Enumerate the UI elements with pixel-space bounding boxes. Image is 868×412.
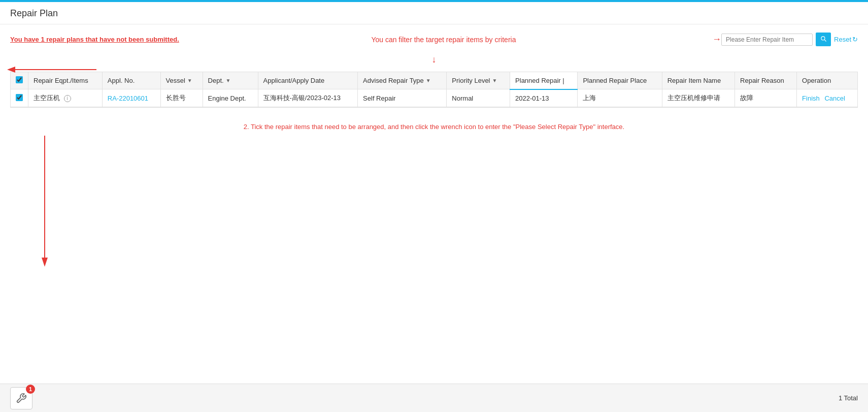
down-arrow-icon: ↓ [432, 54, 437, 65]
cell-advised-repair-type: Self Repair [358, 89, 447, 107]
col-planned-repair-place: Planned Repair Place [578, 72, 662, 89]
filter-bar: You have 1 repair plans that have not be… [10, 29, 858, 49]
search-icon [820, 35, 827, 42]
search-input[interactable] [721, 34, 813, 46]
arrow-decoration-area [10, 136, 858, 268]
reset-button[interactable]: Reset ↻ [834, 36, 858, 43]
repair-table: Repair Eqpt./Items Appl. No. Vessel ▼ De… [11, 72, 857, 107]
cell-dept: Engine Dept. [203, 89, 258, 107]
page-title: Repair Plan [0, 2, 868, 24]
annotation-area: ↓ [10, 54, 858, 70]
col-applicant-date: Applicant/Apply Date [258, 72, 358, 89]
content-area: You have 1 repair plans that have not be… [0, 24, 868, 273]
table-header-row: Repair Eqpt./Items Appl. No. Vessel ▼ De… [11, 72, 857, 89]
dept-dropdown-icon: ▼ [226, 78, 231, 83]
cell-vessel: 长胜号 [160, 89, 203, 107]
cell-repair-item-name: 主空压机维修申请 [662, 89, 735, 107]
search-area: Reset ↻ [721, 33, 858, 46]
col-vessel[interactable]: Vessel ▼ [160, 72, 203, 89]
svg-marker-3 [7, 67, 15, 73]
table-row: 主空压机 i RA-22010601 长胜号 Engine Dept. 互海科技… [11, 89, 857, 107]
col-appl-no: Appl. No. [102, 72, 160, 89]
cell-planned-repair-place: 上海 [578, 89, 662, 107]
col-priority-level[interactable]: Priority Level ▼ [447, 72, 510, 89]
col-advised-repair-type[interactable]: Advised Repair Type ▼ [358, 72, 447, 89]
cell-repair-reason: 故障 [735, 89, 797, 107]
col-planned-repair: Planned Repair | [510, 72, 578, 89]
col-repair-reason: Repair Reason [735, 72, 797, 89]
search-button[interactable] [816, 33, 831, 46]
cell-priority-level: Normal [447, 89, 510, 107]
instruction-text: 2. Tick the repair items that need to be… [10, 118, 858, 136]
cell-operation: Finish Cancel [797, 89, 857, 107]
table-wrapper: Repair Eqpt./Items Appl. No. Vessel ▼ De… [10, 72, 858, 108]
vessel-dropdown-icon: ▼ [187, 78, 192, 83]
advised-repair-type-dropdown-icon: ▼ [426, 78, 431, 83]
cell-applicant-date: 互海科技-高银/2023-02-13 [258, 89, 358, 107]
cell-planned-repair: 2022-01-13 [510, 89, 578, 107]
col-operation: Operation [797, 72, 857, 89]
not-submitted-alert[interactable]: You have 1 repair plans that have not be… [10, 36, 179, 43]
finish-button[interactable]: Finish [802, 94, 820, 102]
filter-hint-text: You can filter the target repair items b… [179, 36, 708, 44]
red-arrow-down-svg [24, 136, 65, 268]
priority-level-dropdown-icon: ▼ [492, 78, 497, 83]
col-repair-item-name: Repair Item Name [662, 72, 735, 89]
cancel-button[interactable]: Cancel [824, 94, 845, 102]
cell-appl-no[interactable]: RA-22010601 [102, 89, 160, 107]
col-dept[interactable]: Dept. ▼ [203, 72, 258, 89]
red-arrow-left-svg [5, 44, 107, 95]
refresh-icon: ↻ [852, 36, 858, 43]
svg-marker-1 [42, 258, 48, 267]
arrow-right: → [712, 34, 721, 45]
info-icon[interactable]: i [64, 95, 71, 102]
